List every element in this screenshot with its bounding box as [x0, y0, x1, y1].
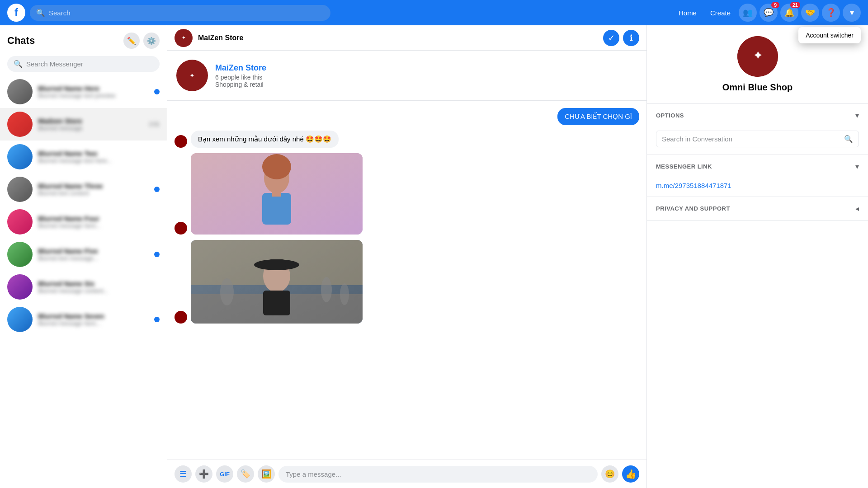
account-switcher-button[interactable]: ▾ — [843, 4, 861, 22]
unread-indicator — [154, 187, 160, 192]
menu-icon-button[interactable]: ☰ — [175, 465, 192, 483]
edit-icon-button[interactable]: ✏️ — [123, 33, 140, 49]
conversation-name: Blurred Name Seven — [38, 312, 149, 320]
search-conversations-input[interactable] — [26, 60, 153, 68]
notifications-icon-button[interactable]: 🔔 21 — [780, 4, 798, 22]
list-item[interactable]: Madzen Store Blurred message 2:01 — [0, 108, 167, 141]
maizen-logo: ✦ — [175, 29, 193, 47]
conversation-time: 2:01 — [149, 121, 160, 127]
home-button[interactable]: Home — [673, 5, 702, 20]
create-button[interactable]: Create — [705, 5, 736, 20]
message-bubble: Bạn xem những mẫu dưới đây nhé 🤩🤩🤩 — [191, 131, 339, 148]
conversation-list: Blurred Name Here Blurred message text p… — [0, 75, 167, 488]
options-section-title: OPTIONS — [656, 112, 684, 119]
conversation-name: Blurred Name Six — [38, 280, 160, 287]
page-card-name[interactable]: MaiZen Store — [215, 63, 266, 73]
list-item[interactable]: Blurred Name Here Blurred message text p… — [0, 75, 167, 108]
list-item[interactable]: Blurred Name Six Blurred message content… — [0, 271, 167, 303]
search-bar-container: 🔍 — [30, 5, 330, 21]
search-in-conversation-input[interactable] — [662, 135, 840, 143]
conversation-info: Blurred Name Six Blurred message content… — [38, 280, 160, 294]
search-input[interactable] — [49, 9, 324, 17]
message-outgoing: CHƯA BIẾT CHỌN GÌ — [175, 108, 639, 125]
svg-rect-11 — [263, 291, 290, 315]
image-icon-button[interactable]: 🖼️ — [258, 465, 275, 483]
friends-icon: 👥 — [743, 8, 753, 18]
chat-page-avatar: ✦ — [175, 29, 193, 47]
nav-left: f 🔍 — [7, 4, 330, 22]
svg-point-13 — [321, 277, 332, 302]
account-switcher-tooltip: Account switcher — [798, 27, 861, 43]
messages-area: CHƯA BIẾT CHỌN GÌ Bạn xem những mẫu dưới… — [167, 101, 646, 460]
unread-indicator — [154, 89, 160, 94]
messenger-link-header[interactable]: MESSENGER LINK ▾ — [647, 155, 868, 178]
like-send-button[interactable]: 👍 — [622, 465, 639, 483]
sidebar-icons: ✏️ ⚙️ — [123, 33, 160, 49]
help-icon-button[interactable]: ❓ — [822, 4, 840, 22]
conversation-name: Blurred Name Four — [38, 215, 160, 222]
right-page-avatar: ✦ — [737, 36, 778, 77]
message-incoming-image1 — [175, 153, 639, 235]
options-section-header[interactable]: OPTIONS ▾ — [647, 104, 868, 127]
messenger-icon-button[interactable]: 💬 9 — [760, 4, 778, 22]
messenger-link-url[interactable]: m.me/297351884471871 — [647, 178, 868, 197]
avatar — [7, 177, 33, 202]
list-item[interactable]: Blurred Name Two Blurred message text he… — [0, 141, 167, 173]
account-switcher-label: Account switcher — [806, 32, 854, 39]
options-section-content: 🔍 — [647, 127, 868, 155]
message-input[interactable] — [278, 466, 598, 483]
help-icon: ❓ — [826, 8, 836, 18]
friend-requests-icon-button[interactable]: 🤝 — [801, 4, 819, 22]
check-action-button[interactable]: ✓ — [603, 30, 619, 46]
fashion-image-1 — [191, 153, 363, 235]
avatar — [7, 209, 33, 235]
check-icon: ✓ — [608, 33, 615, 43]
svg-rect-3 — [262, 193, 291, 225]
conversation-info: Blurred Name Three Blurred text content — [38, 182, 149, 197]
top-nav: f 🔍 Home Create 👥 💬 9 🔔 21 🤝 ❓ — [0, 0, 868, 25]
left-sidebar: Chats ✏️ ⚙️ 🔍 Blurred Name Here Blurred … — [0, 25, 167, 488]
add-icon-button[interactable]: ➕ — [195, 465, 212, 483]
sticker-icon-button[interactable]: 🏷️ — [237, 465, 254, 483]
bell-badge: 21 — [790, 2, 800, 8]
message-image — [191, 153, 363, 235]
svg-rect-4 — [272, 188, 281, 197]
privacy-section-title: PRIVACY AND SUPPORT — [656, 205, 730, 212]
avatar — [7, 144, 33, 169]
chat-area: ✦ MaiZen Store ✓ ℹ ✦ MaiZen Store — [167, 25, 646, 488]
page-card-avatar: ✦ — [176, 60, 208, 91]
message-sender-avatar — [175, 311, 187, 324]
maizen-logo-card: ✦ — [176, 60, 208, 91]
emoji-icon-button[interactable]: 😊 — [601, 465, 618, 483]
main-layout: Chats ✏️ ⚙️ 🔍 Blurred Name Here Blurred … — [0, 25, 868, 488]
list-item[interactable]: Blurred Name Five Blurred text message..… — [0, 238, 167, 271]
list-item[interactable]: Blurred Name Three Blurred text content — [0, 173, 167, 206]
search-conversation-icon[interactable]: 🔍 — [844, 135, 853, 143]
gif-icon-button[interactable]: GIF — [216, 465, 233, 483]
conversation-name: Madzen Store — [38, 117, 144, 125]
message-sender-avatar — [175, 222, 187, 235]
message-bubble: CHƯA BIẾT CHỌN GÌ — [557, 108, 639, 125]
bell-icon: 🔔 — [784, 8, 794, 18]
friend-requests-icon: 🤝 — [805, 8, 815, 18]
messenger-link-title: MESSENGER LINK — [656, 163, 712, 170]
friends-icon-button[interactable]: 👥 — [739, 4, 757, 22]
conversation-name: Blurred Name Three — [38, 182, 149, 190]
privacy-section-header[interactable]: PRIVACY AND SUPPORT ◂ — [647, 197, 868, 220]
settings-icon-button[interactable]: ⚙️ — [143, 33, 160, 49]
page-info-card: ✦ MaiZen Store 6 people like this Shoppi… — [167, 51, 646, 101]
conversation-message: Blurred text message... — [38, 255, 149, 262]
message-image-2 — [191, 240, 363, 324]
avatar — [7, 274, 33, 300]
search-in-conversation: 🔍 — [656, 131, 859, 147]
list-item[interactable]: Blurred Name Four Blurred message here..… — [0, 206, 167, 238]
list-item[interactable]: Blurred Name Seven Blurred message here.… — [0, 303, 167, 336]
facebook-logo[interactable]: f — [7, 4, 25, 22]
sidebar-title: Chats — [7, 35, 35, 47]
info-action-button[interactable]: ℹ — [623, 30, 639, 46]
svg-point-12 — [220, 278, 234, 305]
unread-indicator — [154, 252, 160, 257]
info-icon: ℹ — [630, 33, 633, 43]
unread-indicator — [154, 317, 160, 322]
message-sender-avatar — [175, 135, 187, 148]
